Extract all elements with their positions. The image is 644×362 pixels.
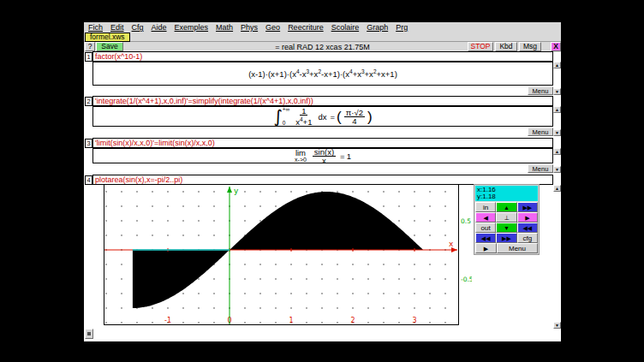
result-fraction: π·√2 4: [344, 109, 365, 125]
pan-up-icon[interactable]: ▲: [496, 202, 516, 212]
level-3-command-input[interactable]: 'limit(sin(x)/x,x,0)'=limit(sin(x)/x,x,0…: [92, 138, 553, 148]
messages-button[interactable]: Msg: [519, 42, 541, 51]
tab-formel-xws[interactable]: formel.xws: [85, 33, 130, 42]
limit-value: 1: [347, 151, 351, 161]
zoom-in-button[interactable]: in: [475, 202, 496, 212]
scroll-up-icon[interactable]: ▲: [553, 62, 561, 68]
menu-reecriture[interactable]: Reecriture: [288, 23, 324, 32]
level-2-command-input[interactable]: 'integrate(1/(x^4+1),x,0,inf)'=simplify(…: [92, 96, 553, 106]
integral-upper-bound: +∞: [283, 107, 289, 112]
svg-text:-1: -1: [164, 317, 171, 324]
svg-text:1: 1: [289, 317, 293, 324]
play-icon[interactable]: ▶: [475, 243, 497, 253]
anim-back-icon[interactable]: ◀◀: [475, 233, 496, 243]
svg-text:x: x: [449, 240, 454, 248]
menu-cfg[interactable]: Cfg: [132, 23, 144, 32]
tab-bar: formel.xws: [84, 33, 561, 42]
menu-aide[interactable]: Aide: [152, 23, 167, 32]
scroll-down-icon[interactable]: ▼: [553, 166, 561, 173]
scroll-thumb: [87, 332, 91, 335]
level-1-scrollbar[interactable]: ▲ ▼: [553, 62, 561, 95]
level-2-scrollbar[interactable]: ▲ ▼: [553, 106, 561, 136]
level-3-number[interactable]: 3: [85, 139, 92, 148]
coordinate-y: y:1.18: [477, 193, 536, 200]
level-2-output: ∫ +∞ 0 1 x4+1 dx = ( π·√2 4 ): [92, 106, 553, 127]
zoom-out-button[interactable]: out: [475, 223, 496, 233]
screen: Fich Edit Cfg Aide Exemples Math Phys Ge…: [0, 0, 644, 362]
menu-bar: Fich Edit Cfg Aide Exemples Math Phys Ge…: [84, 22, 561, 33]
integral-expression: ∫ +∞ 0: [273, 107, 289, 126]
pan-left-icon[interactable]: ◀: [475, 212, 496, 223]
level-4-number[interactable]: 4: [85, 175, 92, 185]
mouse-coordinates: x:1.16 y:1.18: [475, 186, 538, 201]
level-3-output: lim x->0 sin(x) x = 1: [92, 148, 553, 163]
menu-math[interactable]: Math: [216, 23, 233, 32]
svg-text:2: 2: [350, 317, 355, 324]
close-session-button[interactable]: X: [551, 42, 561, 51]
scroll-down-icon[interactable]: ▼: [553, 129, 561, 136]
limit-fraction: sin(x) x: [313, 148, 336, 163]
menu-fich[interactable]: Fich: [88, 23, 103, 32]
pan-right-icon[interactable]: ▶: [517, 212, 538, 223]
level-1-number[interactable]: 1: [85, 52, 92, 62]
integrand-fraction: 1 x4+1: [294, 107, 313, 126]
keyboard-button[interactable]: Kbd: [495, 42, 517, 51]
scroll-down-icon[interactable]: ▼: [553, 322, 561, 329]
menu-edit[interactable]: Edit: [110, 23, 124, 32]
help-button[interactable]: ?: [85, 42, 95, 51]
menu-geo[interactable]: Geo: [265, 23, 280, 32]
limit-expression: lim x->0: [295, 149, 307, 163]
integral-lower-bound: 0: [283, 121, 289, 126]
svg-text:-0.5: -0.5: [461, 276, 472, 283]
level-1-command-input[interactable]: factor(x^10-1): [92, 51, 553, 62]
menu-phys[interactable]: Phys: [241, 23, 258, 32]
scroll-up-icon[interactable]: ▲: [553, 148, 561, 155]
factor-result: (x-1)·(x+1)·(x4-x3+x2-x+1)·(x4+x3+x2+x+1…: [248, 68, 397, 79]
menu-exemples[interactable]: Exemples: [175, 23, 209, 32]
graph-control-panel: x:1.16 y:1.18 in ▲ ▶▶ ◀ ⊥ ▶ out ▼ ◀◀ ◀◀ …: [474, 184, 540, 255]
level-4-scrollbar[interactable]: ▲ ▼: [553, 185, 561, 329]
session-scroll-corner[interactable]: [85, 329, 93, 339]
equals-sign: =: [331, 112, 336, 122]
level-2-menu-button[interactable]: Menu: [528, 128, 553, 136]
fast-forward-icon[interactable]: ▶▶: [517, 202, 538, 212]
scroll-down-icon[interactable]: ▼: [553, 88, 561, 95]
status-text[interactable]: = real RAD 12 xcas 21.75M: [187, 43, 458, 51]
scroll-up-icon[interactable]: ▲: [553, 185, 561, 192]
level-3-menu-button[interactable]: Menu: [528, 164, 553, 173]
integral-icon: ∫: [273, 108, 282, 125]
dx-symbol: dx: [318, 112, 326, 122]
svg-text:y: y: [234, 187, 239, 195]
level-3-scrollbar[interactable]: ▲ ▼: [553, 148, 561, 173]
svg-text:3: 3: [412, 317, 416, 324]
svg-text:0.5: 0.5: [461, 217, 471, 225]
level-1-output: (x-1)·(x+1)·(x4-x3+x2-x+1)·(x4+x3+x2+x+1…: [92, 62, 553, 86]
scroll-up-icon[interactable]: ▲: [553, 106, 561, 113]
level-1-menu-button[interactable]: Menu: [528, 86, 553, 95]
level-2-number[interactable]: 2: [85, 97, 92, 106]
save-button[interactable]: Save: [96, 42, 123, 51]
graph-menu-button[interactable]: Menu: [497, 243, 538, 253]
pan-down-icon[interactable]: ▼: [496, 223, 516, 233]
xcas-window: Fich Edit Cfg Aide Exemples Math Phys Ge…: [83, 21, 562, 342]
plot-canvas[interactable]: -101230.5-0.5xy: [104, 184, 472, 328]
orthonormal-button[interactable]: ⊥: [496, 212, 516, 223]
equals-sign: =: [340, 151, 345, 161]
rewind-icon[interactable]: ◀◀: [517, 223, 538, 233]
anim-forward-icon[interactable]: ▶▶: [496, 233, 516, 243]
menu-scolaire[interactable]: Scolaire: [331, 23, 360, 32]
stop-button[interactable]: STOP: [468, 42, 493, 51]
menu-graph[interactable]: Graph: [367, 23, 388, 32]
config-button[interactable]: cfg: [517, 233, 538, 243]
menu-prg[interactable]: Prg: [396, 23, 408, 32]
